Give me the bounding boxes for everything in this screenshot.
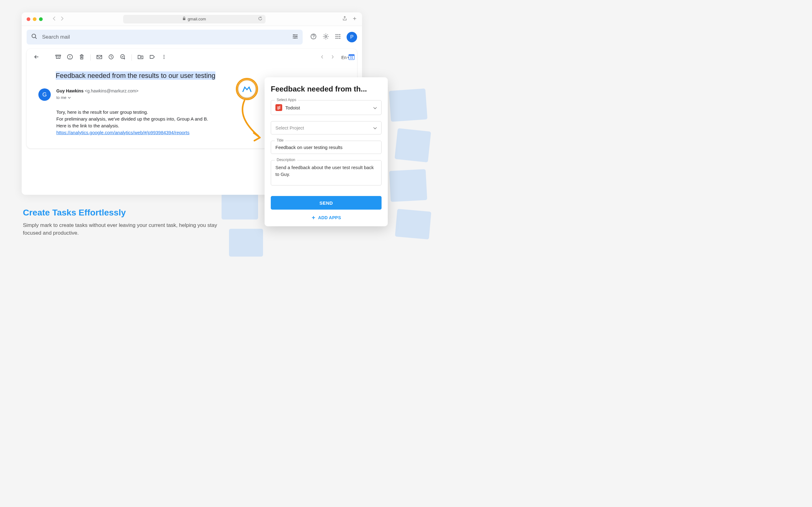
field-label: Select Apps [275, 98, 298, 102]
todoist-icon [275, 104, 282, 111]
select-apps-dropdown[interactable]: Select Apps Todoist [271, 100, 382, 115]
new-tab-icon[interactable] [352, 16, 357, 22]
decorative-card [395, 128, 431, 163]
marketing-body: Simply mark to create tasks without ever… [23, 221, 221, 237]
svg-point-12 [336, 38, 337, 39]
add-task-icon[interactable] [120, 54, 126, 61]
add-apps-button[interactable]: ADD APPS [271, 215, 382, 220]
svg-point-14 [339, 38, 340, 39]
svg-text:31: 31 [350, 56, 353, 59]
svg-point-1 [32, 34, 36, 38]
marketing-heading: Create Tasks Effortlessly [23, 208, 221, 218]
svg-point-6 [336, 34, 337, 35]
description-value: Send a feedback about the user test resu… [275, 164, 377, 178]
lock-icon [183, 17, 186, 21]
window-minimize-button[interactable] [33, 17, 37, 21]
settings-icon[interactable] [322, 33, 329, 41]
svg-point-13 [337, 38, 339, 39]
archive-icon[interactable] [55, 54, 61, 61]
description-input[interactable]: Description Send a feedback about the us… [271, 160, 382, 185]
traffic-lights [27, 17, 43, 21]
sender-name: Guy Hawkins [56, 89, 84, 93]
sender-avatar: G [38, 89, 51, 101]
to-line[interactable]: to me [56, 95, 139, 100]
sender-email: <g.hawkins@markurz.com> [85, 89, 139, 93]
next-message-icon[interactable] [331, 55, 335, 60]
decorative-card [229, 229, 263, 257]
select-project-placeholder: Select Project [275, 125, 304, 130]
selected-app: Todoist [285, 105, 300, 110]
report-spam-icon[interactable] [67, 54, 73, 61]
snooze-icon[interactable] [108, 54, 114, 61]
svg-rect-15 [56, 55, 61, 56]
chevron-down-icon [373, 105, 377, 110]
body-link[interactable]: https://analytics.google.com/analytics/w… [56, 130, 189, 135]
select-project-dropdown[interactable]: Select Project [271, 121, 382, 134]
search-placeholder: Search mail [42, 34, 70, 40]
calendar-sidebar-icon[interactable]: 31 [348, 53, 355, 62]
title-value: Feedback on user testing results [275, 145, 343, 150]
svg-point-10 [337, 36, 339, 37]
share-icon[interactable] [342, 16, 347, 22]
apps-grid-icon[interactable] [335, 34, 341, 41]
search-options-icon[interactable] [292, 34, 298, 41]
url-bar[interactable]: gmail.com [123, 15, 265, 23]
svg-point-17 [70, 58, 70, 58]
svg-point-5 [325, 36, 327, 38]
send-button[interactable]: SEND [271, 196, 382, 210]
mark-unread-icon[interactable] [96, 54, 102, 61]
svg-point-8 [339, 34, 340, 35]
window-maximize-button[interactable] [39, 17, 43, 21]
more-icon[interactable] [161, 54, 167, 61]
url-text: gmail.com [188, 17, 206, 21]
svg-point-4 [313, 38, 314, 38]
search-bar[interactable]: Search mail [27, 30, 303, 45]
marketing-copy: Create Tasks Effortlessly Simply mark to… [23, 208, 221, 237]
field-label: Title [275, 138, 285, 143]
svg-point-9 [336, 36, 337, 37]
title-input[interactable]: Title Feedback on user testing results [271, 140, 382, 154]
decorative-card [389, 169, 427, 202]
svg-point-11 [339, 36, 340, 37]
browser-back-button[interactable] [52, 16, 56, 22]
browser-chrome: gmail.com [22, 12, 362, 26]
task-popup: Feedback needed from th... Select Apps T… [265, 77, 388, 226]
decorative-card [389, 89, 428, 122]
back-icon[interactable] [34, 54, 40, 61]
gmail-header: Search mail P [22, 26, 362, 49]
svg-rect-18 [97, 55, 102, 59]
move-to-icon[interactable] [137, 54, 144, 61]
browser-forward-button[interactable] [60, 16, 64, 22]
popup-title: Feedback needed from th... [271, 85, 382, 93]
profile-avatar[interactable]: P [347, 32, 357, 42]
delete-icon[interactable] [79, 54, 85, 61]
field-label: Description [275, 158, 297, 162]
svg-point-22 [163, 56, 164, 57]
svg-point-23 [163, 58, 164, 59]
svg-rect-0 [183, 18, 185, 20]
decorative-card [395, 209, 431, 239]
help-icon[interactable] [310, 33, 317, 41]
window-close-button[interactable] [27, 17, 30, 21]
label-icon[interactable] [149, 54, 155, 61]
svg-point-21 [163, 55, 164, 56]
chevron-down-icon [373, 125, 377, 130]
svg-point-7 [337, 34, 339, 35]
email-toolbar: En [32, 53, 352, 64]
markurz-icon[interactable] [239, 81, 255, 97]
search-icon [31, 33, 38, 42]
svg-line-2 [35, 37, 37, 39]
refresh-icon[interactable] [258, 16, 262, 22]
prev-message-icon[interactable] [320, 55, 324, 60]
markurz-annotation-circle [235, 77, 259, 101]
add-apps-label: ADD APPS [318, 215, 341, 220]
annotation-arrow-icon [235, 99, 266, 147]
